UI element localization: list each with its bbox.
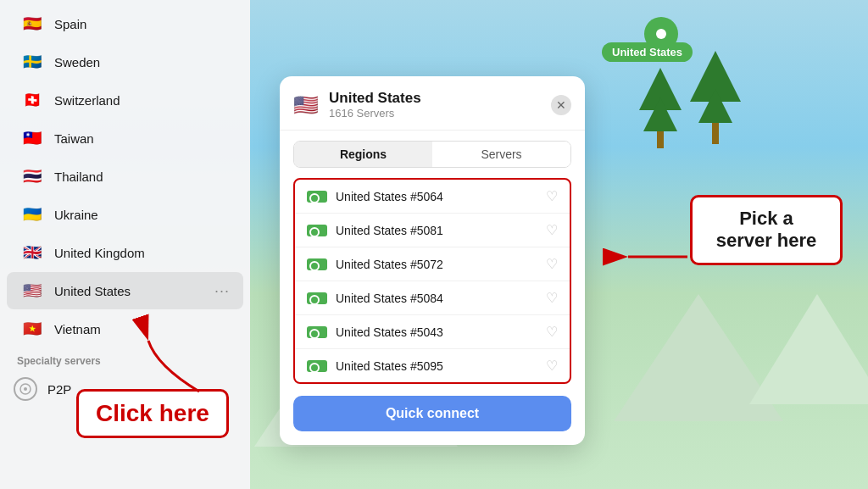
mountain-decoration	[749, 294, 868, 404]
quick-connect-button[interactable]: Quick connect	[293, 396, 571, 431]
server-item-5084[interactable]: United States #5084 ♡	[295, 281, 570, 315]
popup-tabs: Regions Servers	[293, 141, 571, 168]
popup-server-count: 1616 Servers	[329, 107, 551, 119]
click-here-text: Click here	[96, 400, 209, 426]
pick-server-annotation: Pick a server here	[690, 195, 843, 265]
sidebar-item-taiwan[interactable]: 🇹🇼 Taiwan	[7, 119, 243, 157]
us-label: United States	[54, 284, 131, 298]
signal-icon	[307, 225, 327, 236]
thailand-label: Thailand	[54, 169, 103, 184]
popup-flag: 🇺🇸	[293, 93, 319, 117]
spain-flag: 🇪🇸	[20, 12, 44, 36]
favorite-icon[interactable]: ♡	[546, 256, 558, 272]
sweden-label: Sweden	[54, 55, 100, 69]
server-item-5072[interactable]: United States #5072 ♡	[295, 247, 570, 281]
vietnam-flag: 🇻🇳	[20, 317, 44, 341]
sidebar-item-sweden[interactable]: 🇸🇪 Sweden	[7, 43, 243, 81]
sweden-flag: 🇸🇪	[20, 50, 44, 74]
tree-decoration	[639, 68, 682, 148]
popup-close-button[interactable]: ✕	[551, 95, 571, 115]
server-popup: 🇺🇸 United States 1616 Servers ✕ Regions …	[280, 76, 585, 445]
signal-icon	[307, 258, 327, 270]
server-name: United States #5072	[336, 258, 546, 271]
more-options-icon[interactable]: ···	[214, 282, 230, 300]
svg-point-1	[24, 387, 27, 391]
taiwan-flag: 🇹🇼	[20, 126, 44, 150]
taiwan-label: Taiwan	[54, 131, 94, 146]
sidebar-item-spain[interactable]: 🇪🇸 Spain	[7, 5, 243, 42]
switzerland-label: Switzerland	[54, 93, 120, 108]
sidebar-item-united-kingdom[interactable]: 🇬🇧 United Kingdom	[7, 234, 243, 271]
tree-decoration	[690, 51, 741, 144]
favorite-icon[interactable]: ♡	[546, 324, 558, 340]
popup-title-block: United States 1616 Servers	[329, 90, 551, 119]
server-name: United States #5084	[336, 292, 546, 305]
sidebar-item-ukraine[interactable]: 🇺🇦 Ukraine	[7, 196, 243, 233]
sidebar-item-thailand[interactable]: 🇹🇭 Thailand	[7, 158, 243, 195]
sidebar-item-united-states[interactable]: 🇺🇸 United States ···	[7, 272, 243, 309]
server-list: United States #5064 ♡ United States #508…	[293, 178, 571, 384]
signal-icon	[307, 360, 327, 372]
server-name: United States #5043	[336, 325, 546, 339]
p2p-icon	[14, 377, 37, 401]
vietnam-label: Vietnam	[54, 322, 101, 336]
favorite-icon[interactable]: ♡	[546, 222, 558, 238]
us-flag: 🇺🇸	[20, 279, 44, 303]
server-item-5064[interactable]: United States #5064 ♡	[295, 180, 570, 214]
switzerland-flag: 🇨🇭	[20, 88, 44, 112]
popup-header: 🇺🇸 United States 1616 Servers ✕	[280, 76, 585, 131]
signal-icon	[307, 292, 327, 304]
click-here-arrow	[131, 332, 233, 400]
p2p-label: P2P	[47, 382, 71, 397]
server-name: United States #5095	[336, 359, 546, 373]
server-item-5081[interactable]: United States #5081 ♡	[295, 214, 570, 247]
tab-servers[interactable]: Servers	[432, 142, 570, 167]
map-country-label: United States	[602, 42, 693, 62]
server-name: United States #5064	[336, 190, 546, 203]
pick-server-arrow	[624, 244, 692, 270]
uk-label: United Kingdom	[54, 246, 145, 260]
ukraine-label: Ukraine	[54, 208, 98, 222]
uk-flag: 🇬🇧	[20, 241, 44, 264]
server-item-5043[interactable]: United States #5043 ♡	[295, 315, 570, 349]
server-item-5095[interactable]: United States #5095 ♡	[295, 349, 570, 382]
sidebar-item-switzerland[interactable]: 🇨🇭 Switzerland	[7, 81, 243, 119]
favorite-icon[interactable]: ♡	[546, 290, 558, 306]
signal-icon	[307, 191, 327, 203]
server-name: United States #5081	[336, 224, 546, 237]
thailand-flag: 🇹🇭	[20, 164, 44, 188]
favorite-icon[interactable]: ♡	[546, 358, 558, 374]
pick-server-text: Pick a server here	[716, 208, 817, 251]
popup-country-name: United States	[329, 90, 551, 107]
spain-label: Spain	[54, 17, 86, 31]
tab-regions[interactable]: Regions	[294, 142, 432, 167]
ukraine-flag: 🇺🇦	[20, 203, 44, 226]
favorite-icon[interactable]: ♡	[546, 188, 558, 204]
signal-icon	[307, 326, 327, 338]
